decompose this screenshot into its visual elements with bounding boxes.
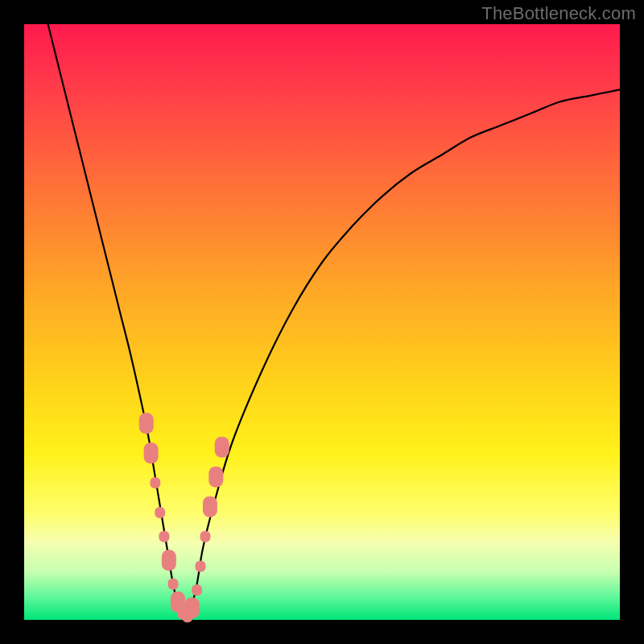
markers-group bbox=[139, 413, 229, 623]
data-marker bbox=[139, 413, 154, 434]
data-marker bbox=[200, 530, 211, 542]
data-marker bbox=[215, 436, 229, 457]
data-marker bbox=[159, 530, 169, 542]
data-marker bbox=[196, 560, 206, 572]
data-marker bbox=[208, 466, 223, 487]
data-marker bbox=[168, 579, 179, 590]
data-marker bbox=[155, 507, 165, 518]
data-marker bbox=[162, 550, 176, 571]
chart-svg bbox=[24, 24, 620, 620]
chart-frame: TheBottleneck.com bbox=[0, 0, 644, 644]
data-marker bbox=[185, 597, 200, 618]
bottleneck-curve bbox=[48, 24, 620, 620]
data-marker bbox=[150, 477, 160, 489]
plot-area bbox=[24, 24, 620, 620]
data-marker bbox=[203, 496, 217, 517]
watermark-text: TheBottleneck.com bbox=[481, 3, 636, 24]
data-marker bbox=[144, 443, 159, 464]
data-marker bbox=[192, 584, 202, 596]
